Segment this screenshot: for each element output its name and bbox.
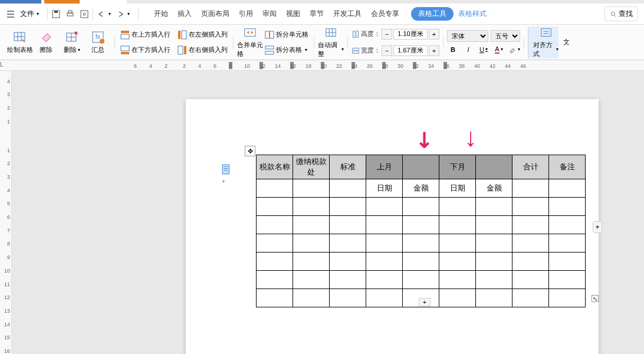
table-style-tab[interactable]: 表格样式 bbox=[454, 6, 491, 21]
vertical-ruler[interactable]: 432112345678910111213141516 bbox=[0, 71, 12, 354]
table-cell[interactable] bbox=[293, 234, 330, 253]
table-cell[interactable] bbox=[439, 234, 476, 253]
table-row[interactable] bbox=[257, 216, 586, 234]
table-cell[interactable] bbox=[512, 253, 549, 271]
table-cell[interactable] bbox=[549, 271, 586, 289]
tab-reference[interactable]: 引用 bbox=[234, 6, 258, 21]
tab-start[interactable]: 开始 bbox=[149, 6, 173, 21]
tab-page-layout[interactable]: 页面布局 bbox=[196, 6, 234, 21]
table-row[interactable] bbox=[257, 234, 586, 253]
table-cell[interactable] bbox=[293, 253, 330, 271]
table-header-row[interactable]: 税款名称 缴纳税款处 标准 上月 下月 合计 备注 bbox=[257, 155, 586, 179]
page-options-icon[interactable]: ▾ bbox=[221, 164, 232, 175]
merge-cells-button[interactable]: 合并单元格 bbox=[237, 27, 263, 58]
table-cell[interactable] bbox=[403, 271, 439, 289]
header-cell-selected[interactable]: 上月 bbox=[366, 155, 403, 179]
add-row-below-button[interactable]: + bbox=[419, 298, 431, 306]
table-cell[interactable]: 金额 bbox=[476, 179, 512, 198]
insert-above-button[interactable]: 在上方插入行 bbox=[119, 27, 172, 42]
save-icon[interactable] bbox=[51, 9, 61, 19]
font-size-select[interactable]: 五号 bbox=[491, 30, 520, 42]
eraser-button[interactable]: 擦除 bbox=[33, 27, 59, 58]
delete-button[interactable]: 删除▾ bbox=[59, 27, 85, 58]
table-tools-tab[interactable]: 表格工具 bbox=[411, 7, 454, 21]
table-cell[interactable] bbox=[439, 271, 476, 289]
table-cell[interactable] bbox=[549, 289, 586, 307]
header-cell-selected[interactable] bbox=[403, 155, 439, 179]
header-cell[interactable]: 合计 bbox=[512, 155, 549, 179]
table-cell[interactable] bbox=[293, 198, 330, 216]
table-cell[interactable] bbox=[403, 253, 439, 271]
table-cell[interactable] bbox=[257, 271, 293, 289]
table-cell[interactable]: 日期 bbox=[439, 179, 476, 198]
table-cell[interactable] bbox=[330, 253, 366, 271]
hamburger-icon[interactable] bbox=[6, 9, 15, 19]
table-cell[interactable] bbox=[476, 271, 512, 289]
table-cell[interactable] bbox=[257, 234, 293, 253]
table-cell[interactable] bbox=[293, 216, 330, 234]
table-cell[interactable] bbox=[293, 289, 330, 307]
table-cell[interactable] bbox=[476, 289, 512, 307]
table-cell[interactable] bbox=[257, 253, 293, 271]
table-cell[interactable] bbox=[512, 216, 549, 234]
text-direction-button[interactable]: 文 bbox=[558, 27, 574, 58]
height-plus-button[interactable]: + bbox=[429, 29, 439, 40]
table-cell[interactable] bbox=[476, 216, 512, 234]
tab-view[interactable]: 视图 bbox=[281, 6, 305, 21]
preview-icon[interactable] bbox=[80, 9, 89, 19]
table-cell[interactable] bbox=[439, 289, 476, 307]
table-cell[interactable] bbox=[476, 198, 512, 216]
table-cell[interactable] bbox=[366, 216, 403, 234]
table-row[interactable] bbox=[257, 198, 586, 216]
underline-button[interactable]: U▾ bbox=[478, 44, 489, 55]
table-cell[interactable] bbox=[512, 271, 549, 289]
table-cell[interactable] bbox=[439, 253, 476, 271]
header-cell-selected[interactable] bbox=[476, 155, 512, 179]
table-cell[interactable] bbox=[549, 253, 586, 271]
table-row[interactable] bbox=[257, 271, 586, 289]
header-cell[interactable]: 备注 bbox=[549, 155, 586, 179]
table-cell[interactable] bbox=[403, 234, 439, 253]
tab-review[interactable]: 审阅 bbox=[258, 6, 281, 21]
table-cell[interactable] bbox=[257, 179, 293, 198]
table-cell[interactable] bbox=[257, 289, 293, 307]
table-cell[interactable] bbox=[439, 198, 476, 216]
table-move-handle[interactable]: ✥ bbox=[245, 146, 255, 156]
insert-right-button[interactable]: 在右侧插入列 bbox=[176, 42, 229, 58]
table-cell[interactable] bbox=[366, 289, 403, 307]
tab-member[interactable]: 会员专享 bbox=[366, 6, 404, 21]
table-cell[interactable] bbox=[293, 179, 330, 198]
width-input[interactable] bbox=[393, 45, 428, 56]
table-cell[interactable] bbox=[476, 234, 512, 253]
table-cell[interactable] bbox=[366, 253, 403, 271]
tab-insert[interactable]: 插入 bbox=[173, 6, 196, 21]
undo-button[interactable]: ▾ bbox=[97, 9, 111, 19]
table-cell[interactable] bbox=[330, 216, 366, 234]
font-name-select[interactable]: 宋体 bbox=[447, 30, 488, 42]
bold-button[interactable]: B bbox=[447, 44, 459, 55]
insert-left-button[interactable]: 在左侧插入列 bbox=[176, 27, 229, 42]
header-cell[interactable]: 缴纳税款处 bbox=[293, 155, 330, 179]
tab-active[interactable] bbox=[0, 0, 41, 4]
table-cell[interactable] bbox=[330, 234, 366, 253]
table-cell[interactable] bbox=[512, 198, 549, 216]
document-table[interactable]: 税款名称 缴纳税款处 标准 上月 下月 合计 备注 日期 金额 日期 金额 bbox=[256, 155, 586, 307]
table-cell[interactable] bbox=[257, 198, 293, 216]
horizontal-ruler[interactable]: L 642 2468101214161820222426283032343638… bbox=[0, 60, 644, 71]
table-row[interactable] bbox=[257, 253, 586, 271]
add-column-right-button[interactable]: + bbox=[593, 221, 602, 233]
table-cell[interactable] bbox=[330, 271, 366, 289]
width-plus-button[interactable]: + bbox=[429, 45, 439, 56]
table-cell[interactable] bbox=[330, 289, 366, 307]
font-color-button[interactable]: A▾ bbox=[493, 44, 505, 55]
tab-developer[interactable]: 开发工具 bbox=[328, 6, 366, 21]
tab-chapter[interactable]: 章节 bbox=[305, 6, 328, 21]
table-cell[interactable] bbox=[366, 198, 403, 216]
table-cell[interactable] bbox=[257, 216, 293, 234]
header-cell[interactable]: 标准 bbox=[330, 155, 366, 179]
tab-secondary[interactable] bbox=[44, 0, 80, 4]
table-subheader-row[interactable]: 日期 金额 日期 金额 bbox=[257, 179, 586, 198]
table-cell[interactable] bbox=[512, 234, 549, 253]
insert-below-button[interactable]: 在下方插入行 bbox=[119, 42, 172, 58]
table-cell[interactable] bbox=[549, 234, 586, 253]
